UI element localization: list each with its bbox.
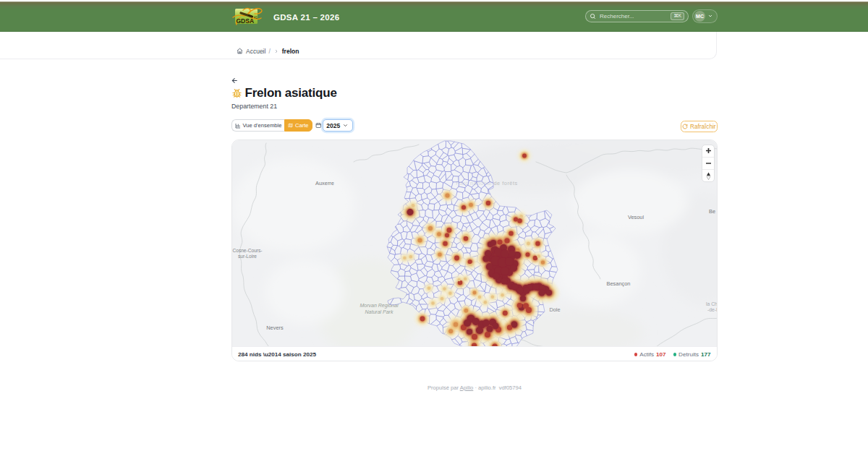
svg-text:Natural Park: Natural Park bbox=[365, 309, 393, 314]
svg-text:Cosne-Cours-: Cosne-Cours- bbox=[232, 248, 262, 253]
svg-text:GDSA: GDSA bbox=[237, 17, 255, 25]
svg-text:la Chap: la Chap bbox=[706, 301, 718, 307]
svg-text:Vesoul: Vesoul bbox=[627, 214, 644, 220]
svg-text:Besançon: Besançon bbox=[606, 280, 630, 287]
svg-text:41: 41 bbox=[254, 16, 258, 20]
svg-text:Be: Be bbox=[708, 208, 715, 215]
svg-text:Nevers: Nevers bbox=[266, 325, 284, 331]
svg-text:Auxerre: Auxerre bbox=[315, 180, 334, 186]
svg-text:sur-Loire: sur-Loire bbox=[237, 254, 256, 259]
svg-text:Dole: Dole bbox=[549, 306, 560, 313]
svg-text:-de-Fo: -de-Fo bbox=[707, 307, 718, 312]
